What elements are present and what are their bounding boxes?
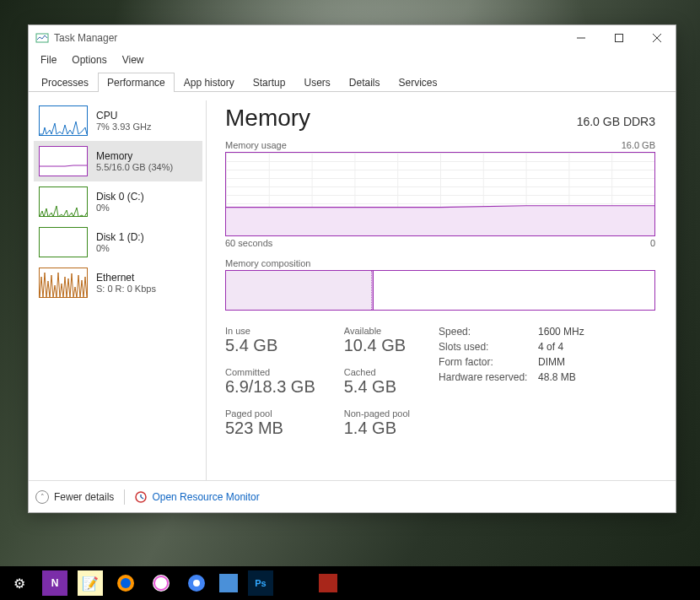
menu-view[interactable]: View [116,52,151,68]
tab-app-history[interactable]: App history [175,73,244,92]
stat-value-paged: 523 MB [225,419,315,438]
sidebar-item-label: CPU [96,110,151,122]
app-icon-2[interactable]: 🖼 [283,570,309,596]
sidebar-item-sub: S: 0 R: 0 Kbps [96,284,156,294]
sidebar-item-cpu[interactable]: CPU 7% 3.93 GHz [34,100,202,141]
close-button[interactable] [638,25,676,51]
composition-label: Memory composition [225,258,655,268]
kv-form-value: DIMM [538,356,565,368]
memory-thumbnail [39,146,88,176]
stat-value-committed: 6.9/18.3 GB [225,377,315,397]
fewer-details-button[interactable]: ˄ Fewer details [35,490,114,504]
divider [124,489,125,505]
kv-speed-value: 1600 MHz [538,326,584,338]
kv-reserved-label: Hardware reserved: [439,371,538,383]
svg-point-10 [121,578,131,588]
stat-value-cached: 5.4 GB [344,377,410,397]
main-panel: Memory 16.0 GB DDR3 Memory usage 16.0 GB… [207,100,665,480]
stat-label-cached: Cached [344,367,410,377]
sidebar-item-label: Disk 1 (D:) [96,231,144,243]
content-area: CPU 7% 3.93 GHz Memory 5.5/16.0 GB (34%) [29,92,676,480]
menubar: File Options View [29,51,676,69]
app-icon-1[interactable] [219,574,238,592]
taskbar[interactable]: ⚙ N 📝 Ps 🖼 [0,566,700,600]
tabbar: Processes Performance App history Startu… [29,69,676,92]
sidebar-item-memory[interactable]: Memory 5.5/16.0 GB (34%) [34,141,202,181]
stat-value-inuse: 5.4 GB [225,336,315,355]
minimize-button[interactable] [562,25,600,51]
tab-startup[interactable]: Startup [244,73,295,92]
fewer-details-label: Fewer details [54,491,114,503]
chrome-icon[interactable] [184,570,209,596]
disk1-thumbnail [39,227,88,257]
chevron-up-icon: ˄ [35,490,49,504]
titlebar[interactable]: Task Manager [29,25,676,51]
stat-label-committed: Committed [225,367,315,377]
photoshop-icon[interactable]: Ps [248,570,273,596]
sidebar-item-sub: 7% 3.93 GHz [96,122,151,132]
memory-composition-bar [225,270,655,311]
sidebar-item-sub: 0% [96,243,144,253]
chart-axis-right: 0 [650,238,655,248]
stats-block: In use 5.4 GB Committed 6.9/18.3 GB Page… [225,326,655,438]
kv-speed-label: Speed: [439,326,538,338]
resmon-icon [135,491,147,503]
stat-label-available: Available [344,326,410,336]
tab-users[interactable]: Users [294,73,339,92]
firefox-icon[interactable] [113,570,138,596]
menu-options[interactable]: Options [65,52,113,68]
dota-icon[interactable] [319,574,337,592]
itunes-icon[interactable] [148,570,174,596]
tab-details[interactable]: Details [340,73,390,92]
settings-icon[interactable]: ⚙ [7,570,32,596]
tab-processes[interactable]: Processes [32,73,98,92]
window-title: Task Manager [54,32,117,44]
kv-slots-value: 4 of 4 [538,341,563,353]
tab-performance[interactable]: Performance [98,73,175,92]
sidebar-item-label: Disk 0 (C:) [96,191,144,203]
maximize-button[interactable] [600,25,638,51]
kv-slots-label: Slots used: [439,341,538,353]
task-manager-window: Task Manager File Options View Processes… [28,24,676,513]
sidebar-item-label: Ethernet [96,272,156,284]
usage-chart-max: 16.0 GB [622,140,655,150]
resmon-label: Open Resource Monitor [152,491,259,503]
usage-chart-label: Memory usage [225,140,287,150]
ethernet-thumbnail [39,268,88,298]
menu-file[interactable]: File [34,52,63,68]
onenote-icon[interactable]: N [42,570,67,596]
stat-value-available: 10.4 GB [344,336,410,355]
svg-point-14 [193,580,200,586]
stat-label-inuse: In use [225,326,315,336]
stat-value-nonpaged: 1.4 GB [344,419,410,438]
notepad-icon[interactable]: 📝 [78,570,103,596]
svg-rect-0 [36,34,48,42]
sidebar: CPU 7% 3.93 GHz Memory 5.5/16.0 GB (34%) [34,100,207,480]
svg-line-8 [141,497,143,499]
sidebar-item-sub: 5.5/16.0 GB (34%) [96,162,173,172]
sidebar-item-sub: 0% [96,203,144,213]
sidebar-item-label: Memory [96,150,173,162]
stat-label-paged: Paged pool [225,408,315,419]
sidebar-item-disk1[interactable]: Disk 1 (D:) 0% [34,222,202,262]
memory-spec: 16.0 GB DDR3 [577,115,655,128]
tab-services[interactable]: Services [390,73,447,92]
svg-rect-2 [615,35,622,42]
stat-label-nonpaged: Non-paged pool [344,408,410,419]
window-footer: ˄ Fewer details Open Resource Monitor [29,480,676,512]
cpu-thumbnail [39,105,88,136]
chart-axis-left: 60 seconds [225,238,272,248]
memory-usage-chart [225,152,655,236]
sidebar-item-disk0[interactable]: Disk 0 (C:) 0% [34,181,202,222]
disk0-thumbnail [39,186,88,217]
kv-reserved-value: 48.8 MB [538,371,576,383]
page-title: Memory [225,105,310,132]
sidebar-item-ethernet[interactable]: Ethernet S: 0 R: 0 Kbps [34,262,202,303]
kv-form-label: Form factor: [439,356,538,368]
svg-marker-5 [226,206,654,235]
task-manager-icon [35,31,49,45]
open-resource-monitor-link[interactable]: Open Resource Monitor [135,491,259,503]
